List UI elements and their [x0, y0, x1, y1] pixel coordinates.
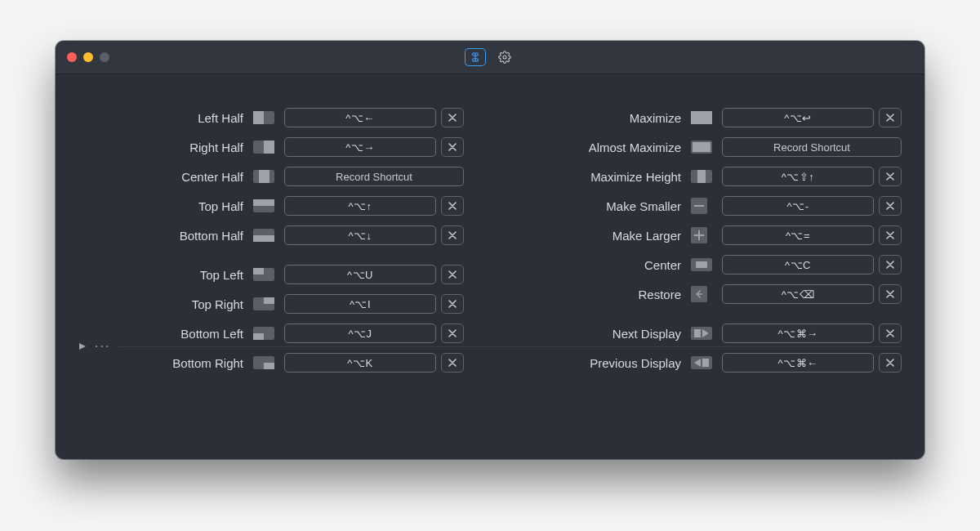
shortcut-field: ^⌥K [284, 353, 464, 373]
shortcut-label: Previous Display [590, 356, 681, 370]
shortcut-group: Top Left^⌥UTop Right^⌥IBottom Left^⌥JBot… [78, 264, 464, 373]
shortcut-label: Bottom Right [172, 356, 243, 370]
tab-settings[interactable] [494, 48, 515, 66]
minimize-window-button[interactable] [83, 52, 93, 62]
command-icon [470, 51, 481, 63]
shortcut-recorder[interactable]: ^⌥= [722, 225, 874, 245]
minus-icon [691, 198, 707, 214]
shortcut-recorder[interactable]: ^⌥↓ [284, 225, 436, 245]
shortcut-field: ^⌥C [722, 255, 902, 274]
clear-shortcut-button[interactable] [879, 108, 902, 127]
shortcut-row-top-right: Top Right^⌥I [78, 293, 464, 315]
pd-icon [691, 356, 712, 369]
clear-shortcut-button[interactable] [879, 167, 902, 186]
shortcut-field: ^⌥⌘← [722, 353, 902, 373]
center-icon [691, 258, 712, 271]
clear-shortcut-button[interactable] [441, 265, 464, 284]
shortcut-row-almost-maximize: Almost MaximizeRecord Shortcut [516, 136, 902, 158]
clear-shortcut-button[interactable] [879, 255, 902, 274]
titlebar [56, 41, 924, 74]
shortcut-field: ^⌥← [284, 108, 464, 127]
clear-shortcut-button[interactable] [879, 284, 902, 304]
shortcut-label: Top Half [198, 199, 243, 213]
shortcut-label: Top Right [192, 297, 243, 311]
shortcut-recorder[interactable]: ^⌥C [722, 255, 874, 274]
plus-icon [691, 227, 707, 243]
clear-shortcut-button[interactable] [441, 225, 464, 245]
shortcut-recorder[interactable]: ^⌥- [722, 196, 874, 216]
rh-icon [253, 141, 274, 154]
clear-shortcut-button[interactable] [441, 108, 464, 127]
shortcut-label: Make Smaller [606, 199, 681, 213]
ellipsis-icon: ··· [95, 339, 110, 354]
shortcut-field: ^⌥= [722, 225, 902, 245]
shortcut-row-maximize: Maximize^⌥↩ [516, 107, 902, 128]
shortcut-field: Record Shortcut [284, 167, 464, 186]
shortcut-field: ^⌥↑ [284, 196, 464, 216]
disclosure-triangle[interactable] [78, 339, 87, 354]
shortcut-field: Record Shortcut [722, 137, 902, 157]
shortcut-recorder[interactable]: ^⌥← [284, 108, 436, 127]
tr-icon [253, 297, 274, 310]
shortcut-recorder[interactable]: ^⌥⌫ [722, 284, 874, 304]
clear-shortcut-button[interactable] [441, 294, 464, 314]
shortcut-field: ^⌥⇧↑ [722, 167, 902, 186]
amax-icon [691, 141, 712, 154]
shortcut-field: ^⌥U [284, 265, 464, 284]
svg-point-0 [503, 56, 506, 59]
shortcut-row-previous-display: Previous Display^⌥⌘← [516, 352, 902, 373]
shortcut-row-right-half: Right Half^⌥→ [78, 136, 464, 158]
shortcut-label: Maximize Height [590, 170, 681, 184]
shortcut-recorder[interactable]: ^⌥→ [284, 137, 436, 157]
shortcut-group: Maximize^⌥↩Almost MaximizeRecord Shortcu… [516, 107, 902, 305]
shortcut-row-bottom-half: Bottom Half^⌥↓ [78, 225, 464, 246]
lh-icon [253, 111, 274, 124]
zoom-window-button[interactable] [100, 52, 109, 62]
shortcut-recorder[interactable]: ^⌥⇧↑ [722, 167, 874, 186]
clear-shortcut-button[interactable] [879, 225, 902, 245]
shortcut-recorder[interactable]: ^⌥U [284, 265, 436, 284]
shortcut-row-center: Center^⌥C [516, 254, 902, 275]
shortcut-row-top-left: Top Left^⌥U [78, 264, 464, 285]
shortcut-recorder[interactable]: ^⌥↑ [284, 196, 436, 216]
clear-shortcut-button[interactable] [441, 137, 464, 157]
close-window-button[interactable] [67, 52, 77, 62]
shortcut-recorder[interactable]: ^⌥⌘← [722, 353, 874, 373]
shortcut-label: Top Left [200, 268, 243, 282]
clear-shortcut-button[interactable] [441, 353, 464, 373]
shortcut-field: ^⌥I [284, 294, 464, 314]
shortcut-recorder[interactable]: Record Shortcut [722, 137, 902, 157]
shortcut-label: Right Half [189, 141, 243, 154]
shortcut-recorder[interactable]: ^⌥I [284, 294, 436, 314]
shortcut-label: Bottom Half [180, 229, 243, 243]
shortcut-label: Almost Maximize [589, 141, 681, 154]
tl-icon [253, 268, 274, 281]
br-icon [253, 356, 274, 369]
shortcut-group: Left Half^⌥←Right Half^⌥→Center HalfReco… [78, 107, 464, 246]
shortcut-recorder[interactable]: ^⌥↩ [722, 108, 874, 127]
clear-shortcut-button[interactable] [879, 196, 902, 216]
shortcut-recorder[interactable]: ^⌥K [284, 353, 436, 373]
divider [118, 346, 902, 347]
clear-shortcut-button[interactable] [441, 196, 464, 216]
shortcut-row-restore: Restore^⌥⌫ [516, 283, 902, 305]
restore-icon [691, 286, 707, 302]
bh-icon [253, 229, 274, 242]
tab-shortcuts[interactable] [465, 48, 486, 66]
window-controls [67, 52, 109, 62]
shortcut-label: Restore [638, 288, 681, 301]
shortcut-row-center-half: Center HalfRecord Shortcut [78, 166, 464, 187]
shortcut-row-bottom-right: Bottom Right^⌥K [78, 352, 464, 373]
shortcut-row-make-larger: Make Larger^⌥= [516, 225, 902, 246]
shortcut-label: Maximize [630, 111, 681, 125]
mh-icon [691, 170, 712, 183]
shortcut-field: ^⌥→ [284, 137, 464, 157]
shortcut-label: Left Half [198, 111, 243, 125]
shortcut-label: Make Larger [612, 229, 681, 243]
shortcut-recorder[interactable]: Record Shortcut [284, 167, 464, 186]
shortcut-row-maximize-height: Maximize Height^⌥⇧↑ [516, 166, 902, 187]
clear-shortcut-button[interactable] [879, 353, 902, 373]
shortcut-field: ^⌥↩ [722, 108, 902, 127]
nd-icon [691, 327, 712, 340]
th-icon [253, 199, 274, 212]
